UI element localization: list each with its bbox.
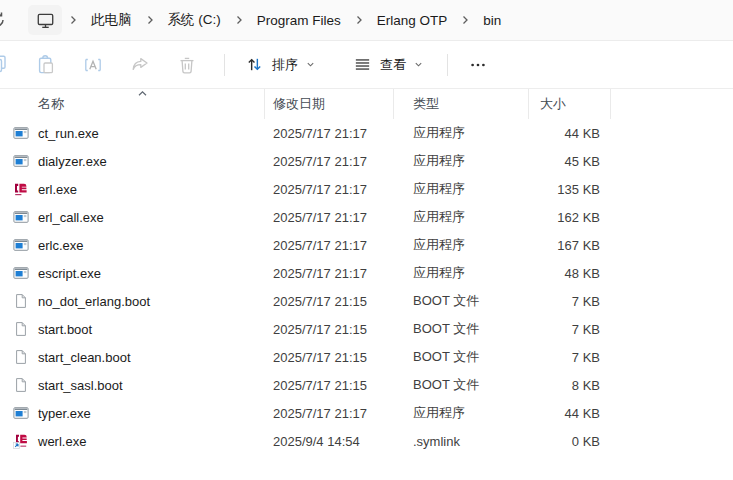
file-size: 44 KB <box>529 406 611 421</box>
file-name: escript.exe <box>38 266 101 281</box>
file-date-modified: 2025/7/17 21:17 <box>265 238 394 253</box>
file-date-modified: 2025/7/17 21:15 <box>265 350 394 365</box>
trash-icon <box>177 55 197 75</box>
file-date-modified: 2025/7/17 21:17 <box>265 126 394 141</box>
column-header-type[interactable]: 类型 <box>394 89 529 119</box>
file-size: 8 KB <box>529 378 611 393</box>
document-icon <box>13 349 29 365</box>
view-button-label: 查看 <box>380 56 406 74</box>
column-header-spacer <box>611 89 733 119</box>
file-row[interactable]: start_clean.boot2025/7/17 21:15BOOT 文件7 … <box>0 343 733 371</box>
file-row[interactable]: typer.exe2025/7/17 21:17应用程序44 KB <box>0 399 733 427</box>
chevron-right-icon <box>229 14 249 26</box>
file-size: 45 KB <box>529 154 611 169</box>
file-name: erl_call.exe <box>38 210 104 225</box>
breadcrumb-item[interactable]: Program Files <box>249 8 349 33</box>
rename-button[interactable] <box>73 47 113 83</box>
file-size: 44 KB <box>529 126 611 141</box>
file-type: BOOT 文件 <box>394 320 529 338</box>
column-header-name[interactable]: 名称 <box>0 89 265 119</box>
file-date-modified: 2025/7/17 21:17 <box>265 266 394 281</box>
share-button[interactable] <box>120 47 160 83</box>
clipped-refresh-icon <box>0 10 7 32</box>
paste-button[interactable] <box>26 47 66 83</box>
file-size: 7 KB <box>529 322 611 337</box>
file-row[interactable]: escript.exe2025/7/17 21:17应用程序48 KB <box>0 259 733 287</box>
column-header-row: 名称 修改日期 类型 大小 <box>0 89 733 119</box>
app-window-icon <box>13 265 29 281</box>
sort-arrows-icon <box>245 55 264 74</box>
file-name-cell: erl.exe <box>0 181 265 197</box>
file-type: 应用程序 <box>394 264 529 282</box>
file-name: start_sasl.boot <box>38 378 123 393</box>
erlang-symlink-icon <box>13 433 29 449</box>
file-name-cell: start.boot <box>0 321 265 337</box>
file-date-modified: 2025/7/17 21:17 <box>265 182 394 197</box>
breadcrumb-bar: 此电脑系统 (C:)Program FilesErlang OTPbin <box>0 0 733 41</box>
file-type: BOOT 文件 <box>394 376 529 394</box>
file-row[interactable]: erl_call.exe2025/7/17 21:17应用程序162 KB <box>0 203 733 231</box>
file-date-modified: 2025/7/17 21:15 <box>265 322 394 337</box>
breadcrumb-item[interactable]: Erlang OTP <box>369 8 456 33</box>
file-date-modified: 2025/7/17 21:17 <box>265 154 394 169</box>
file-name-cell: start_sasl.boot <box>0 377 265 393</box>
chevron-right-icon <box>349 14 369 26</box>
file-name-cell: dialyzer.exe <box>0 153 265 169</box>
more-options-button[interactable] <box>458 47 498 83</box>
file-name-cell: no_dot_erlang.boot <box>0 293 265 309</box>
file-type: BOOT 文件 <box>394 292 529 310</box>
file-type: .symlink <box>394 434 529 449</box>
file-name-cell: ct_run.exe <box>0 125 265 141</box>
share-icon <box>130 55 150 75</box>
column-header-label: 修改日期 <box>273 95 325 113</box>
file-name: typer.exe <box>38 406 91 421</box>
file-row[interactable]: start_sasl.boot2025/7/17 21:15BOOT 文件8 K… <box>0 371 733 399</box>
file-name-cell: werl.exe <box>0 433 265 449</box>
delete-button[interactable] <box>167 47 207 83</box>
file-row[interactable]: werl.exe2025/9/4 14:54.symlink0 KB <box>0 427 733 455</box>
breadcrumb: 此电脑系统 (C:)Program FilesErlang OTPbin <box>63 6 509 34</box>
erlang-icon <box>13 181 29 197</box>
file-row[interactable]: no_dot_erlang.boot2025/7/17 21:15BOOT 文件… <box>0 287 733 315</box>
file-row[interactable]: start.boot2025/7/17 21:15BOOT 文件7 KB <box>0 315 733 343</box>
breadcrumb-item[interactable]: 此电脑 <box>83 6 140 34</box>
view-button[interactable]: 查看 <box>343 47 433 83</box>
document-icon <box>13 377 29 393</box>
ellipsis-icon <box>469 56 487 74</box>
toolbar-disabled-group <box>26 47 214 83</box>
column-header-size[interactable]: 大小 <box>529 89 611 119</box>
app-window-icon <box>13 237 29 253</box>
chevron-down-icon <box>414 60 423 69</box>
column-header-date-modified[interactable]: 修改日期 <box>265 89 394 119</box>
file-row[interactable]: dialyzer.exe2025/7/17 21:17应用程序45 KB <box>0 147 733 175</box>
file-date-modified: 2025/7/17 21:17 <box>265 210 394 225</box>
app-window-icon <box>13 153 29 169</box>
file-row[interactable]: ct_run.exe2025/7/17 21:17应用程序44 KB <box>0 119 733 147</box>
breadcrumb-root-button[interactable] <box>28 5 62 35</box>
file-size: 167 KB <box>529 238 611 253</box>
file-name: erl.exe <box>38 182 77 197</box>
file-name: ct_run.exe <box>38 126 99 141</box>
breadcrumb-item[interactable]: 系统 (C:) <box>160 6 229 34</box>
file-size: 162 KB <box>529 210 611 225</box>
file-size: 7 KB <box>529 294 611 309</box>
document-icon <box>13 293 29 309</box>
sort-button[interactable]: 排序 <box>235 47 325 83</box>
file-type: BOOT 文件 <box>394 348 529 366</box>
app-window-icon <box>13 209 29 225</box>
file-type: 应用程序 <box>394 152 529 170</box>
file-size: 0 KB <box>529 434 611 449</box>
file-type: 应用程序 <box>394 124 529 142</box>
sort-ascending-caret-icon <box>137 90 148 97</box>
file-size: 48 KB <box>529 266 611 281</box>
column-header-label: 大小 <box>540 95 566 113</box>
file-row[interactable]: erl.exe2025/7/17 21:17应用程序135 KB <box>0 175 733 203</box>
file-type: 应用程序 <box>394 236 529 254</box>
breadcrumb-item[interactable]: bin <box>475 8 509 33</box>
file-name: werl.exe <box>38 434 86 449</box>
chevron-right-icon <box>140 14 160 26</box>
file-name-cell: escript.exe <box>0 265 265 281</box>
app-window-icon <box>13 125 29 141</box>
file-name-cell: typer.exe <box>0 405 265 421</box>
file-row[interactable]: erlc.exe2025/7/17 21:17应用程序167 KB <box>0 231 733 259</box>
